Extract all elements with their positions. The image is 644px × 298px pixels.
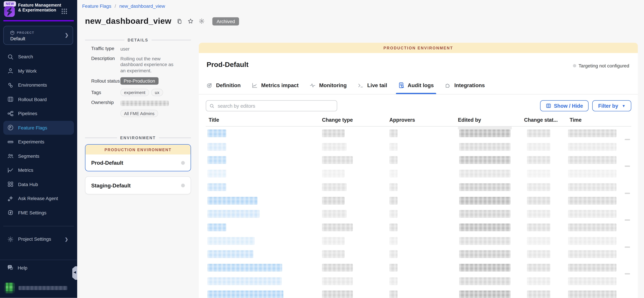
redacted-cell <box>527 210 550 218</box>
production-environment-banner: PRODUCTION ENVIRONMENT <box>199 43 638 53</box>
table-row[interactable] <box>206 126 631 140</box>
column-header-change-stat[interactable]: Change stat... <box>524 117 558 123</box>
environment-card-staging-default[interactable]: Staging-Default <box>85 176 191 194</box>
tab-monitoring[interactable]: Monitoring <box>310 80 347 94</box>
column-header-approvers[interactable]: Approvers <box>390 117 415 123</box>
redacted-cell <box>208 183 226 191</box>
column-header-edited-by[interactable]: Edited by <box>458 117 481 123</box>
sidebar-item-feature-flags[interactable]: Feature Flags <box>3 120 74 135</box>
sidebar-item-metrics[interactable]: Metrics <box>0 163 77 177</box>
search-input[interactable] <box>217 102 334 109</box>
detail-label: Tags <box>85 90 120 95</box>
status-dot-icon <box>181 184 185 187</box>
search-icon <box>8 54 14 60</box>
tab-label: Metrics impact <box>261 82 298 88</box>
redacted-cell <box>208 277 282 285</box>
redacted-cell <box>322 250 344 258</box>
sidebar-item-pipelines[interactable]: Pipelines <box>0 106 77 120</box>
sidebar-collapse-handle[interactable]: ◀ <box>72 266 78 280</box>
tab-integrations[interactable]: Integrations <box>445 80 485 94</box>
redacted-cell <box>568 277 616 285</box>
table-row[interactable] <box>206 154 631 167</box>
copy-icon[interactable] <box>177 18 182 24</box>
detail-label: Description <box>85 56 120 74</box>
tab-definition[interactable]: Definition <box>206 80 240 94</box>
redacted-cell <box>322 196 344 204</box>
redacted-cell <box>459 290 510 298</box>
column-header-change-type[interactable]: Change type <box>322 117 353 123</box>
cube-icon <box>10 30 15 37</box>
sidebar-item-fme-settings[interactable]: FME Settings <box>0 206 77 220</box>
project-selector[interactable]: PROJECT Default ❯ <box>3 26 73 45</box>
breadcrumb-current-link[interactable]: new_dashboard_view <box>119 4 165 8</box>
user-account[interactable] <box>4 283 67 293</box>
table-row[interactable] <box>206 288 631 298</box>
sidebar-item-segments[interactable]: Segments <box>0 149 77 163</box>
column-header-time[interactable]: Time <box>570 117 582 123</box>
detail-row-tags: Tags experimentux <box>85 88 191 96</box>
tab-label: Integrations <box>454 82 485 88</box>
redacted-cell <box>322 290 353 298</box>
tab-bar-border <box>199 94 638 94</box>
breadcrumb-root-link[interactable]: Feature Flags <box>82 4 112 8</box>
redacted-cell <box>568 210 616 218</box>
table-row[interactable] <box>206 167 631 180</box>
table-row[interactable] <box>206 180 631 194</box>
tab-live-tail[interactable]: Live tail <box>358 80 387 94</box>
sidebar-item-experiments[interactable]: Experiments <box>0 135 77 149</box>
table-row[interactable] <box>206 194 631 207</box>
production-environment-label: PRODUCTION ENVIRONMENT <box>86 144 190 154</box>
table-row[interactable] <box>206 221 631 234</box>
redacted-cell <box>390 290 398 298</box>
redacted-cell <box>527 264 550 272</box>
redacted-cell <box>322 130 344 137</box>
table-row[interactable] <box>206 140 631 154</box>
help-button[interactable]: ? Help <box>8 265 28 271</box>
sidebar-item-project-settings[interactable]: Project Settings ❯ <box>0 232 77 246</box>
gear-icon <box>8 236 14 242</box>
filter-by-button[interactable]: Filter by ▼ <box>592 100 631 112</box>
settings-gear-icon[interactable] <box>199 18 205 24</box>
tab-audit-logs[interactable]: Audit logs <box>398 80 434 94</box>
sidebar-item-label: Feature Flags <box>18 125 47 130</box>
sidebar-item-rollout-board[interactable]: Rollout Board <box>0 92 77 106</box>
sidebar-item-my-work[interactable]: My Work <box>0 64 77 78</box>
sidebar-item-label: My Work <box>18 68 36 73</box>
user-name-redacted <box>18 286 68 290</box>
column-header-title[interactable]: Title <box>208 117 219 123</box>
chevron-down-icon: ▼ <box>622 104 626 108</box>
sidebar-item-ask-release-agent[interactable]: Ask Release Agent <box>0 192 77 206</box>
sidebar-item-data-hub[interactable]: Data Hub <box>0 177 77 192</box>
redacted-cell <box>208 143 226 150</box>
redacted-cell <box>390 210 398 218</box>
sidebar-item-environments[interactable]: Environments <box>0 78 77 92</box>
table-row[interactable] <box>206 234 631 248</box>
star-icon[interactable] <box>188 18 194 24</box>
sidebar-item-search[interactable]: Search <box>0 50 77 64</box>
environments-icon <box>8 82 14 88</box>
redacted-cell <box>459 264 510 272</box>
redacted-cell <box>568 143 616 150</box>
table-row[interactable] <box>206 248 631 261</box>
tab-metrics-impact[interactable]: Metrics impact <box>252 80 298 94</box>
segments-icon <box>8 153 14 159</box>
redacted-cell <box>390 143 398 150</box>
detail-label: Traffic type <box>85 46 120 52</box>
redacted-cell <box>459 237 510 244</box>
feature-flags-icon <box>8 124 14 131</box>
environment-card-prod-default[interactable]: PRODUCTION ENVIRONMENTProd-Default <box>85 144 191 172</box>
tags-list: experimentux <box>120 88 165 96</box>
redacted-cell <box>459 210 510 218</box>
table-row[interactable] <box>206 207 631 221</box>
redacted-cell <box>527 170 550 178</box>
show-hide-columns-button[interactable]: Show / Hide <box>540 100 589 112</box>
table-row[interactable] <box>206 261 631 274</box>
fme-icon <box>8 210 14 216</box>
sidebar-item-label: Ask Release Agent <box>18 196 58 201</box>
audit-logs-icon <box>398 82 404 88</box>
search-editors-field[interactable] <box>206 100 337 112</box>
tag-pill: ux <box>151 89 163 96</box>
redacted-cell <box>459 130 510 137</box>
app-switcher-icon[interactable] <box>62 8 68 14</box>
table-row[interactable] <box>206 274 631 288</box>
